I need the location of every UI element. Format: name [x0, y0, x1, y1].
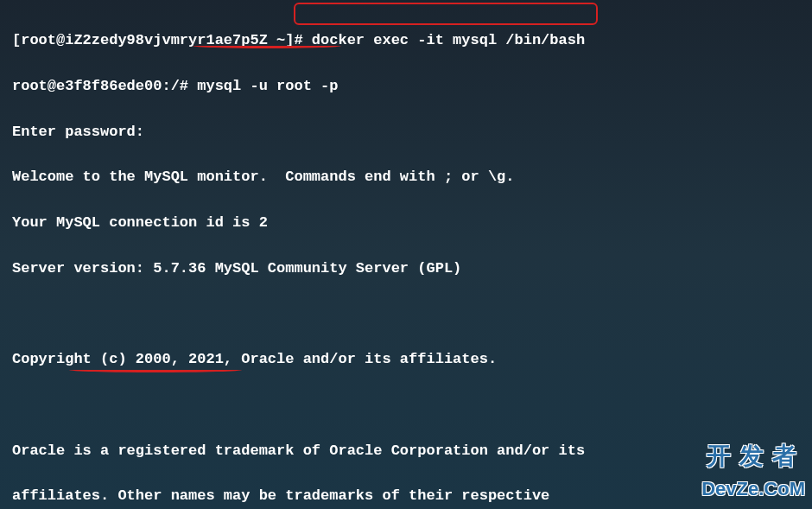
line-blank: [12, 394, 800, 417]
host-shell-prompt: [root@iZ2zedy98vjvmryr1ae7p5Z ~]#: [12, 32, 303, 48]
container-shell-prompt: root@e3f8f86ede00:/#: [12, 78, 188, 94]
line-server-version: Server version: 5.7.36 MySQL Community S…: [12, 258, 800, 280]
line-connection-id: Your MySQL connection id is 2: [12, 212, 800, 234]
line-enter-password: Enter password:: [12, 121, 800, 143]
docker-exec-command: docker exec -it mysql /bin/bash: [303, 32, 585, 48]
line-trademark1: Oracle is a registered trademark of Orac…: [12, 440, 800, 462]
mysql-login-command: mysql -u root -p: [188, 78, 338, 94]
line-welcome: Welcome to the MySQL monitor. Commands e…: [12, 166, 800, 188]
line-copyright: Copyright (c) 2000, 2021, Oracle and/or …: [12, 348, 800, 371]
terminal-output[interactable]: [root@iZ2zedy98vjvmryr1ae7p5Z ~]# docker…: [12, 7, 800, 509]
line-host-prompt: [root@iZ2zedy98vjvmryr1ae7p5Z ~]# docker…: [12, 29, 800, 52]
line-trademark2: affiliates. Other names may be trademark…: [12, 485, 800, 507]
line-container-prompt: root@e3f8f86ede00:/# mysql -u root -p: [12, 75, 800, 98]
line-blank: [12, 302, 800, 325]
